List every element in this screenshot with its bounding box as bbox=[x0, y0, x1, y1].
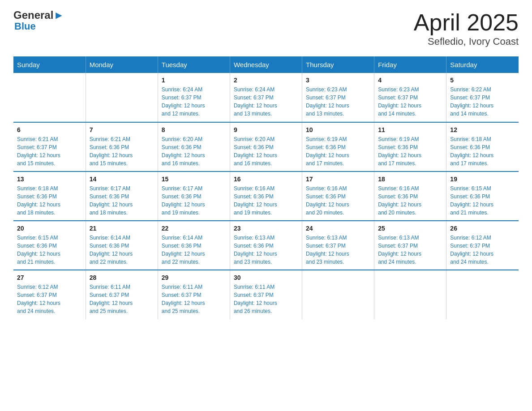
calendar-day-cell: 12Sunrise: 6:18 AM Sunset: 6:36 PM Dayli… bbox=[446, 122, 519, 171]
day-info: Sunrise: 6:23 AM Sunset: 6:37 PM Dayligh… bbox=[378, 86, 442, 118]
day-number: 21 bbox=[90, 225, 154, 232]
day-number: 15 bbox=[162, 176, 226, 183]
day-number: 20 bbox=[17, 225, 82, 232]
day-info: Sunrise: 6:20 AM Sunset: 6:36 PM Dayligh… bbox=[234, 135, 298, 167]
calendar-day-cell: 10Sunrise: 6:19 AM Sunset: 6:36 PM Dayli… bbox=[302, 122, 374, 171]
day-info: Sunrise: 6:24 AM Sunset: 6:37 PM Dayligh… bbox=[234, 86, 298, 118]
logo-blue-line: Blue bbox=[13, 21, 36, 32]
calendar-day-cell: 29Sunrise: 6:11 AM Sunset: 6:37 PM Dayli… bbox=[158, 270, 230, 319]
logo: General► Blue bbox=[13, 9, 64, 32]
calendar-day-cell: 28Sunrise: 6:11 AM Sunset: 6:37 PM Dayli… bbox=[86, 270, 158, 319]
day-info: Sunrise: 6:13 AM Sunset: 6:37 PM Dayligh… bbox=[378, 234, 442, 266]
day-number: 18 bbox=[378, 176, 442, 183]
calendar-week-row: 13Sunrise: 6:18 AM Sunset: 6:36 PM Dayli… bbox=[13, 171, 519, 221]
day-info: Sunrise: 6:11 AM Sunset: 6:37 PM Dayligh… bbox=[162, 283, 226, 315]
calendar-day-cell: 6Sunrise: 6:21 AM Sunset: 6:37 PM Daylig… bbox=[13, 122, 86, 171]
day-number: 22 bbox=[162, 225, 226, 232]
calendar-day-cell: 20Sunrise: 6:15 AM Sunset: 6:36 PM Dayli… bbox=[13, 221, 86, 270]
day-info: Sunrise: 6:21 AM Sunset: 6:37 PM Dayligh… bbox=[17, 135, 82, 167]
day-number: 5 bbox=[450, 77, 515, 84]
calendar-day-cell bbox=[13, 73, 86, 122]
day-info: Sunrise: 6:23 AM Sunset: 6:37 PM Dayligh… bbox=[306, 86, 370, 118]
day-info: Sunrise: 6:18 AM Sunset: 6:36 PM Dayligh… bbox=[450, 135, 515, 167]
calendar-day-cell: 7Sunrise: 6:21 AM Sunset: 6:36 PM Daylig… bbox=[86, 122, 158, 171]
logo-line1: General► bbox=[13, 9, 64, 21]
day-number: 11 bbox=[378, 126, 442, 133]
day-number: 10 bbox=[306, 126, 370, 133]
day-of-week-header: Tuesday bbox=[158, 56, 230, 73]
day-info: Sunrise: 6:12 AM Sunset: 6:37 PM Dayligh… bbox=[17, 283, 82, 315]
calendar-day-cell: 3Sunrise: 6:23 AM Sunset: 6:37 PM Daylig… bbox=[302, 73, 374, 122]
calendar-day-cell: 9Sunrise: 6:20 AM Sunset: 6:36 PM Daylig… bbox=[230, 122, 302, 171]
day-number: 1 bbox=[162, 77, 226, 84]
day-info: Sunrise: 6:17 AM Sunset: 6:36 PM Dayligh… bbox=[90, 184, 154, 217]
day-of-week-header: Friday bbox=[374, 56, 446, 73]
day-info: Sunrise: 6:15 AM Sunset: 6:36 PM Dayligh… bbox=[17, 234, 82, 266]
calendar-title: April 2025 bbox=[414, 9, 519, 36]
calendar-day-cell: 23Sunrise: 6:13 AM Sunset: 6:36 PM Dayli… bbox=[230, 221, 302, 270]
day-info: Sunrise: 6:11 AM Sunset: 6:37 PM Dayligh… bbox=[90, 283, 154, 315]
day-number: 14 bbox=[90, 176, 154, 183]
calendar-day-cell: 24Sunrise: 6:13 AM Sunset: 6:37 PM Dayli… bbox=[302, 221, 374, 270]
day-info: Sunrise: 6:11 AM Sunset: 6:37 PM Dayligh… bbox=[234, 283, 298, 315]
calendar-day-cell: 19Sunrise: 6:15 AM Sunset: 6:36 PM Dayli… bbox=[446, 171, 519, 221]
day-of-week-header: Monday bbox=[86, 56, 158, 73]
day-number: 27 bbox=[17, 274, 82, 281]
calendar-day-cell: 27Sunrise: 6:12 AM Sunset: 6:37 PM Dayli… bbox=[13, 270, 86, 319]
day-info: Sunrise: 6:16 AM Sunset: 6:36 PM Dayligh… bbox=[378, 184, 442, 217]
day-info: Sunrise: 6:16 AM Sunset: 6:36 PM Dayligh… bbox=[306, 184, 370, 217]
calendar-day-cell: 11Sunrise: 6:19 AM Sunset: 6:36 PM Dayli… bbox=[374, 122, 446, 171]
logo-general-text: General bbox=[13, 9, 53, 21]
day-info: Sunrise: 6:16 AM Sunset: 6:36 PM Dayligh… bbox=[234, 184, 298, 217]
day-number: 25 bbox=[378, 225, 442, 232]
calendar-day-cell bbox=[86, 73, 158, 122]
day-number: 9 bbox=[234, 126, 298, 133]
day-number: 6 bbox=[17, 126, 82, 133]
day-info: Sunrise: 6:20 AM Sunset: 6:36 PM Dayligh… bbox=[162, 135, 226, 167]
calendar-day-cell: 16Sunrise: 6:16 AM Sunset: 6:36 PM Dayli… bbox=[230, 171, 302, 221]
logo-blue-text: ► bbox=[53, 9, 64, 21]
day-number: 26 bbox=[450, 225, 515, 232]
day-number: 2 bbox=[234, 77, 298, 84]
calendar-day-cell: 1Sunrise: 6:24 AM Sunset: 6:37 PM Daylig… bbox=[158, 73, 230, 122]
calendar-day-cell bbox=[446, 270, 519, 319]
calendar-day-cell: 18Sunrise: 6:16 AM Sunset: 6:36 PM Dayli… bbox=[374, 171, 446, 221]
calendar-day-cell: 15Sunrise: 6:17 AM Sunset: 6:36 PM Dayli… bbox=[158, 171, 230, 221]
day-of-week-header: Wednesday bbox=[230, 56, 302, 73]
day-info: Sunrise: 6:15 AM Sunset: 6:36 PM Dayligh… bbox=[450, 184, 515, 217]
calendar-day-cell bbox=[374, 270, 446, 319]
calendar-day-cell bbox=[302, 270, 374, 319]
calendar-table: SundayMondayTuesdayWednesdayThursdayFrid… bbox=[13, 56, 519, 319]
day-number: 7 bbox=[90, 126, 154, 133]
calendar-day-cell: 25Sunrise: 6:13 AM Sunset: 6:37 PM Dayli… bbox=[374, 221, 446, 270]
calendar-week-row: 1Sunrise: 6:24 AM Sunset: 6:37 PM Daylig… bbox=[13, 73, 519, 122]
calendar-day-cell: 30Sunrise: 6:11 AM Sunset: 6:37 PM Dayli… bbox=[230, 270, 302, 319]
day-info: Sunrise: 6:14 AM Sunset: 6:36 PM Dayligh… bbox=[90, 234, 154, 266]
calendar-day-cell: 22Sunrise: 6:14 AM Sunset: 6:36 PM Dayli… bbox=[158, 221, 230, 270]
day-number: 13 bbox=[17, 176, 82, 183]
day-info: Sunrise: 6:21 AM Sunset: 6:36 PM Dayligh… bbox=[90, 135, 154, 167]
day-info: Sunrise: 6:19 AM Sunset: 6:36 PM Dayligh… bbox=[378, 135, 442, 167]
calendar-day-cell: 14Sunrise: 6:17 AM Sunset: 6:36 PM Dayli… bbox=[86, 171, 158, 221]
day-info: Sunrise: 6:13 AM Sunset: 6:36 PM Dayligh… bbox=[234, 234, 298, 266]
day-number: 29 bbox=[162, 274, 226, 281]
page-header: General► Blue April 2025 Sefledio, Ivory… bbox=[13, 9, 519, 47]
day-info: Sunrise: 6:13 AM Sunset: 6:37 PM Dayligh… bbox=[306, 234, 370, 266]
day-number: 24 bbox=[306, 225, 370, 232]
day-number: 4 bbox=[378, 77, 442, 84]
day-number: 17 bbox=[306, 176, 370, 183]
day-info: Sunrise: 6:19 AM Sunset: 6:36 PM Dayligh… bbox=[306, 135, 370, 167]
calendar-day-cell: 5Sunrise: 6:22 AM Sunset: 6:37 PM Daylig… bbox=[446, 73, 519, 122]
calendar-subtitle: Sefledio, Ivory Coast bbox=[414, 36, 519, 47]
day-number: 16 bbox=[234, 176, 298, 183]
calendar-day-cell: 13Sunrise: 6:18 AM Sunset: 6:36 PM Dayli… bbox=[13, 171, 86, 221]
day-info: Sunrise: 6:17 AM Sunset: 6:36 PM Dayligh… bbox=[162, 184, 226, 217]
calendar-day-cell: 8Sunrise: 6:20 AM Sunset: 6:36 PM Daylig… bbox=[158, 122, 230, 171]
day-info: Sunrise: 6:18 AM Sunset: 6:36 PM Dayligh… bbox=[17, 184, 82, 217]
day-number: 30 bbox=[234, 274, 298, 281]
calendar-day-cell: 21Sunrise: 6:14 AM Sunset: 6:36 PM Dayli… bbox=[86, 221, 158, 270]
calendar-week-row: 27Sunrise: 6:12 AM Sunset: 6:37 PM Dayli… bbox=[13, 270, 519, 319]
day-of-week-header: Sunday bbox=[13, 56, 86, 73]
day-number: 3 bbox=[306, 77, 370, 84]
day-of-week-header: Thursday bbox=[302, 56, 374, 73]
